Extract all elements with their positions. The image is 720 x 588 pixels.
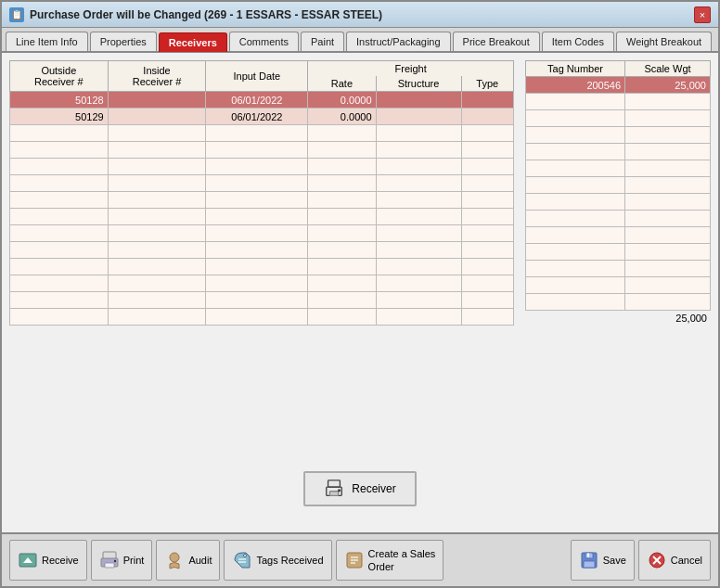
tab-comments[interactable]: Comments (229, 32, 299, 51)
title-bar: 📋 Purchase Order will be Changed (269 - … (2, 2, 718, 28)
tags-table: Tag Number Scale Wgt 200546 25,000 (525, 60, 711, 311)
svg-rect-0 (328, 480, 341, 487)
save-button[interactable]: Save (571, 540, 635, 581)
receiver-button[interactable]: Receiver (303, 471, 416, 506)
receivers-table-container: OutsideReceiver # InsideReceiver # Input… (9, 60, 514, 453)
cell-structure (376, 92, 461, 109)
svg-rect-20 (584, 561, 595, 568)
cell-outside-receiver: 50129 (10, 109, 109, 125)
cancel-label: Cancel (671, 555, 702, 566)
audit-icon (164, 550, 185, 570)
col-rate: Rate (308, 76, 376, 92)
svg-point-11 (244, 555, 247, 557)
tag-row-empty (526, 144, 711, 160)
print-label: Print (123, 555, 145, 566)
tab-line-item-info[interactable]: Line Item Info (6, 32, 88, 51)
table-row-empty (10, 142, 514, 159)
cancel-button[interactable]: Cancel (638, 540, 711, 581)
tab-properties[interactable]: Properties (90, 32, 157, 51)
table-row-empty (10, 275, 514, 292)
window-title: Purchase Order will be Changed (269 - 1 … (30, 8, 382, 21)
table-row[interactable]: 50129 06/01/2022 0.0000 (10, 109, 514, 125)
receive-label: Receive (42, 555, 79, 566)
tables-area: OutsideReceiver # InsideReceiver # Input… (9, 60, 711, 453)
tag-row-empty (526, 127, 711, 144)
main-window: 📋 Purchase Order will be Changed (269 - … (0, 0, 720, 588)
col-type: Type (461, 76, 513, 92)
tab-item-codes[interactable]: Item Codes (542, 32, 614, 51)
table-row-empty (10, 309, 514, 326)
tab-instruct-packaging[interactable]: Instruct/Packaging (346, 32, 451, 51)
cell-input-date: 06/01/2022 (206, 109, 308, 125)
cell-structure (376, 109, 461, 125)
tab-weight-breakout[interactable]: Weight Breakout (616, 32, 712, 51)
tab-bar: Line Item Info Properties Receivers Comm… (2, 28, 718, 53)
cell-input-date: 06/01/2022 (206, 92, 308, 109)
tag-row-empty (526, 110, 711, 127)
print-icon (99, 550, 120, 570)
cancel-icon (647, 550, 667, 570)
tag-table-row[interactable]: 200546 25,000 (526, 77, 711, 94)
table-row-empty (10, 192, 514, 209)
col-input-date: Input Date (206, 61, 308, 92)
table-row-empty (10, 292, 514, 309)
print-button[interactable]: Print (91, 540, 153, 581)
col-freight-group: Freight (308, 61, 514, 77)
app-icon: 📋 (9, 7, 24, 22)
main-content: OutsideReceiver # InsideReceiver # Input… (2, 53, 718, 532)
receivers-table: OutsideReceiver # InsideReceiver # Input… (9, 60, 514, 326)
tag-row-empty (526, 294, 711, 311)
tab-paint[interactable]: Paint (301, 32, 344, 51)
title-bar-left: 📋 Purchase Order will be Changed (269 - … (9, 7, 382, 22)
cell-type (461, 109, 513, 125)
receiver-btn-area: Receiver (9, 453, 711, 525)
right-table-total: 25,000 (525, 313, 711, 324)
tag-row-empty (526, 277, 711, 294)
table-row[interactable]: 50128 06/01/2022 0.0000 (10, 92, 514, 109)
tags-received-button[interactable]: Tags Received (224, 540, 331, 581)
close-button[interactable]: × (694, 6, 711, 23)
table-row-empty (10, 159, 514, 175)
receiver-button-label: Receiver (352, 482, 395, 495)
col-inside-receiver: InsideReceiver # (108, 61, 206, 92)
table-row-empty (10, 259, 514, 275)
tag-row-empty (526, 177, 711, 194)
bottom-toolbar: Receive Print Audit (2, 532, 718, 586)
table-row-empty (10, 125, 514, 142)
cell-outside-receiver: 50128 (10, 92, 109, 109)
tags-received-icon (232, 550, 252, 570)
tag-row-empty (526, 94, 711, 110)
svg-point-3 (339, 490, 341, 492)
create-sales-order-icon (344, 550, 365, 570)
printer-icon (324, 479, 344, 499)
svg-point-9 (114, 560, 116, 562)
create-sales-order-button[interactable]: Create a Sales Order (336, 540, 444, 581)
audit-button[interactable]: Audit (156, 540, 220, 581)
table-row-empty (10, 175, 514, 192)
col-scale-wgt: Scale Wgt (625, 61, 711, 77)
svg-rect-2 (330, 492, 339, 496)
tab-receivers[interactable]: Receivers (159, 32, 227, 52)
tag-row-empty (526, 160, 711, 177)
cell-rate: 0.0000 (308, 92, 376, 109)
receive-button[interactable]: Receive (9, 540, 87, 581)
col-structure: Structure (376, 76, 461, 92)
cell-tag-number: 200546 (526, 77, 625, 94)
svg-point-10 (170, 553, 179, 562)
table-row-empty (10, 225, 514, 242)
col-outside-receiver: OutsideReceiver # (10, 61, 109, 92)
tags-table-container: Tag Number Scale Wgt 200546 25,000 (525, 60, 711, 453)
receive-icon (18, 550, 38, 570)
col-tag-number: Tag Number (526, 61, 625, 77)
tag-row-empty (526, 227, 711, 244)
tag-row-empty (526, 211, 711, 227)
cell-inside-receiver (108, 92, 206, 109)
svg-rect-8 (105, 563, 114, 568)
save-icon (579, 550, 599, 570)
svg-rect-21 (587, 554, 589, 557)
tag-row-empty (526, 261, 711, 277)
create-sales-order-label: Create a Sales Order (368, 547, 436, 574)
save-label: Save (603, 555, 626, 566)
tab-price-breakout[interactable]: Price Breakout (453, 32, 540, 51)
tag-row-empty (526, 244, 711, 261)
